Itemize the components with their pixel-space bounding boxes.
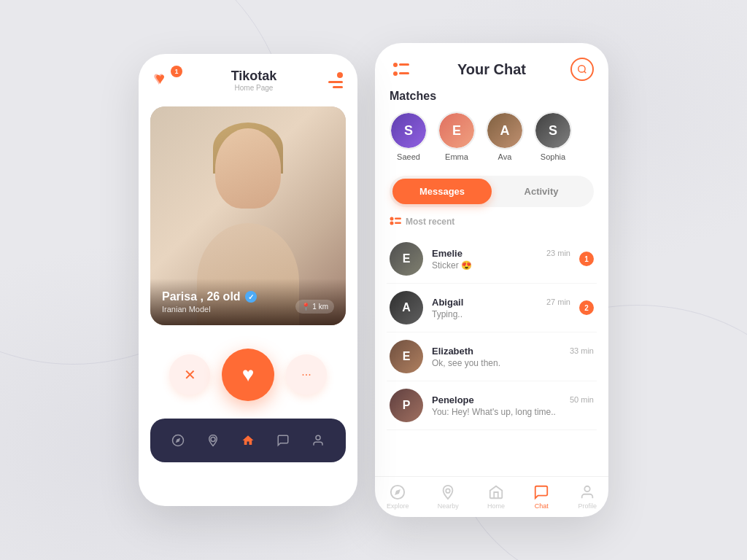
msg-preview-elizabeth: Ok, see you then.: [432, 358, 594, 368]
nav-profile[interactable]: [305, 427, 331, 454]
message-item-abigail[interactable]: A Abigail 27 min Typing.. 2: [387, 284, 597, 332]
like-button[interactable]: ♥: [222, 349, 274, 401]
right-nav-nearby-label: Nearby: [438, 502, 459, 510]
tabs-container: Messages Activity: [390, 176, 594, 207]
heart-icon: ♥: [242, 363, 255, 386]
menu-icon[interactable]: [328, 72, 343, 88]
match-avatar-sophia: S: [534, 112, 572, 149]
verified-badge: ✓: [245, 291, 257, 303]
match-item-emma[interactable]: E Emma: [438, 112, 476, 161]
left-bottom-nav: [150, 419, 346, 462]
search-button[interactable]: [570, 58, 594, 81]
svg-point-17: [585, 486, 590, 491]
right-nav-home-label: Home: [487, 502, 505, 510]
match-item-ava[interactable]: A Ava: [486, 112, 524, 161]
svg-point-4: [393, 63, 398, 67]
msg-avatar-penelope: P: [390, 389, 423, 422]
chat-icon: ···: [301, 368, 311, 381]
action-buttons: ✕ ♥ ···: [139, 331, 357, 419]
logo-hearts: ♥ ♥ 1: [153, 69, 179, 92]
left-phone-header: ♥ ♥ 1 Tikotak Home Page: [139, 54, 357, 101]
app-name: Tikotak: [231, 69, 277, 84]
chat-menu-button[interactable]: [390, 58, 413, 81]
messages-header: Most recent: [387, 216, 597, 228]
msg-name-emelie: Emelie: [432, 248, 462, 259]
pin-icon: 📍: [301, 303, 310, 311]
svg-point-3: [316, 435, 320, 440]
match-name-emma: Emma: [445, 152, 468, 161]
right-nav-chat[interactable]: Chat: [533, 484, 549, 510]
svg-line-9: [584, 71, 587, 74]
match-avatar-emma: E: [438, 112, 476, 149]
profile-name-text: Parisa , 26 old: [162, 290, 241, 303]
chat-header: Your Chat: [375, 43, 608, 90]
svg-rect-7: [399, 72, 409, 74]
close-icon: ✕: [184, 366, 196, 384]
match-avatar-saeed: S: [390, 112, 427, 149]
message-item-elizabeth[interactable]: E Elizabeth 33 min Ok, see you then.: [387, 332, 597, 381]
msg-name-elizabeth: Elizabeth: [432, 346, 473, 357]
recent-label: Most recent: [406, 217, 454, 227]
chat-button[interactable]: ···: [286, 354, 327, 395]
svg-marker-15: [395, 489, 400, 495]
nav-explore[interactable]: [165, 427, 191, 454]
right-nav-home[interactable]: Home: [487, 484, 505, 510]
msg-content-emelie: Emelie 23 min Sticker 😍: [432, 248, 570, 271]
tab-activity[interactable]: Activity: [492, 179, 591, 204]
right-nav-nearby[interactable]: Nearby: [438, 484, 459, 510]
nav-messages[interactable]: [270, 427, 296, 454]
message-item-emelie[interactable]: E Emelie 23 min Sticker 😍 1: [387, 235, 597, 284]
svg-rect-11: [395, 218, 401, 220]
profile-distance: 📍 1 km: [295, 300, 334, 314]
phones-container: ♥ ♥ 1 Tikotak Home Page: [139, 43, 608, 517]
tab-messages[interactable]: Messages: [392, 179, 492, 204]
profile-description: Iranian Model: [162, 305, 295, 314]
chat-title: Your Chat: [457, 61, 526, 78]
msg-name-abigail: Abigail: [432, 297, 463, 308]
svg-point-12: [390, 222, 394, 225]
message-item-penelope[interactable]: P Penelope 50 min You: Hey! What's up, l…: [387, 381, 597, 430]
msg-time-abigail: 27 min: [546, 298, 570, 306]
match-avatar-ava: A: [486, 112, 524, 149]
msg-content-penelope: Penelope 50 min You: Hey! What's up, lon…: [432, 394, 594, 417]
msg-avatar-emelie: E: [390, 242, 423, 276]
svg-rect-5: [399, 63, 409, 66]
msg-preview-abigail: Typing..: [432, 309, 570, 319]
recent-icon: [390, 216, 401, 228]
svg-point-16: [446, 489, 451, 493]
profile-overlay: Parisa , 26 old ✓ Iranian Model 📍 1 km: [150, 279, 346, 325]
matches-section: Matches S Saeed E Emma A: [375, 90, 608, 170]
nav-home[interactable]: [235, 427, 261, 454]
msg-badge-emelie: 1: [579, 252, 594, 266]
svg-point-8: [578, 66, 585, 72]
svg-rect-13: [395, 222, 401, 225]
msg-avatar-elizabeth: E: [390, 340, 423, 373]
matches-list: S Saeed E Emma A Ava: [390, 112, 594, 161]
right-nav-chat-label: Chat: [535, 502, 549, 510]
right-phone: Your Chat Matches S Saeed E Emma: [375, 43, 608, 517]
msg-name-penelope: Penelope: [432, 394, 474, 405]
right-nav-profile[interactable]: Profile: [578, 484, 597, 510]
msg-avatar-abigail: A: [390, 291, 423, 324]
heart-fg: ♥: [155, 71, 165, 87]
right-nav-explore[interactable]: Explore: [387, 484, 409, 510]
match-item-sophia[interactable]: S Sophia: [534, 112, 572, 161]
msg-time-emelie: 23 min: [546, 249, 570, 257]
left-phone: ♥ ♥ 1 Tikotak Home Page: [139, 54, 357, 506]
right-nav-profile-label: Profile: [578, 502, 597, 510]
match-name-sophia: Sophia: [541, 152, 565, 161]
logo-container: ♥ ♥ 1: [153, 69, 179, 92]
messages-section: Most recent E Emelie 23 min Sticker 😍 1 …: [375, 216, 608, 476]
right-bottom-nav: Explore Nearby Home Chat Profile: [375, 476, 608, 517]
app-subtitle: Home Page: [231, 84, 277, 92]
profile-card[interactable]: Parisa , 26 old ✓ Iranian Model 📍 1 km: [150, 106, 346, 325]
svg-marker-1: [176, 438, 180, 443]
dislike-button[interactable]: ✕: [169, 354, 210, 395]
match-name-saeed: Saeed: [397, 152, 420, 161]
msg-content-elizabeth: Elizabeth 33 min Ok, see you then.: [432, 346, 594, 368]
nav-nearby[interactable]: [200, 427, 226, 454]
msg-preview-emelie: Sticker 😍: [432, 260, 570, 271]
right-nav-explore-label: Explore: [387, 502, 409, 510]
msg-preview-penelope: You: Hey! What's up, long time..: [432, 407, 594, 417]
match-item-saeed[interactable]: S Saeed: [390, 112, 427, 161]
